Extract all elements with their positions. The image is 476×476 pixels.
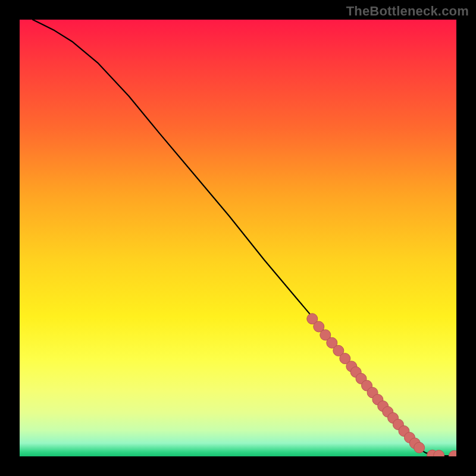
chart-points xyxy=(307,314,456,456)
data-point xyxy=(414,442,425,453)
chart-svg xyxy=(20,20,456,456)
watermark-text: TheBottleneck.com xyxy=(346,4,469,19)
data-point xyxy=(449,450,456,456)
chart-curve xyxy=(33,20,456,456)
chart-stage: TheBottleneck.com xyxy=(0,0,476,476)
chart-plot-area xyxy=(20,20,456,456)
